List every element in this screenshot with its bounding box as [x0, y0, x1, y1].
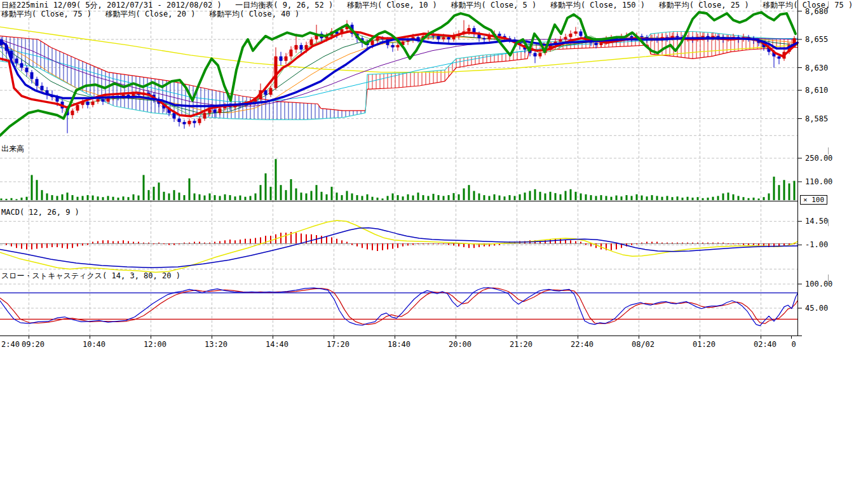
- macd-line: [0, 220, 797, 272]
- time-tick-label: 18:40: [388, 340, 410, 349]
- stoch-panel-label: スロー・ストキャスティクス( 14, 3, 80, 20 ): [1, 271, 180, 281]
- chart-title-legend: 日経225mini 12/09( 5分, 2012/07/31 - 2012/0…: [1, 1, 853, 10]
- horizontal-gridlines: [0, 11, 797, 309]
- chart-canvas: 8,6808,6558,6308,6108,585250.00110.0014.…: [0, 0, 868, 356]
- price-axis-labels: 8,6808,6558,6308,6108,585250.00110.0014.…: [798, 7, 832, 313]
- time-axis-labels: 2:4009:2010:4012:0013:2014:4017:2018:402…: [1, 340, 796, 349]
- macd-panel-label: MACD( 12, 26, 9 ): [1, 208, 79, 217]
- macd-signal-line: [0, 227, 797, 268]
- price-tick-label: 8,610: [805, 86, 828, 95]
- price-tick-label: 8,630: [805, 64, 828, 72]
- macd-tick-label: 14.50: [805, 217, 828, 226]
- price-tick-label: 8,655: [805, 35, 828, 44]
- time-tick-label: 08/02: [632, 340, 654, 349]
- time-tick-label: 17:20: [327, 340, 349, 349]
- macd-tick-label: -1.00: [805, 240, 828, 249]
- time-tick-label: 22:40: [571, 340, 593, 349]
- time-tick-label: 09:20: [22, 340, 44, 349]
- volume-bars: [1, 159, 796, 200]
- time-tick-label: 0: [791, 340, 796, 349]
- volume-tick-label: 250.00: [805, 154, 832, 163]
- time-tick-label: 21:20: [510, 340, 532, 349]
- time-tick-label: 01:20: [693, 340, 715, 349]
- volume-panel-label: 出来高: [1, 144, 24, 154]
- time-tick-label: 14:40: [266, 340, 288, 349]
- stoch-tick-label: 45.00: [805, 304, 828, 313]
- price-tick-label: 8,585: [805, 114, 828, 123]
- time-tick-label: 10:40: [83, 340, 105, 349]
- time-tick-label: 02:40: [754, 340, 776, 349]
- time-tick-label: 13:20: [205, 340, 227, 349]
- time-tick-label: 20:00: [449, 340, 471, 349]
- volume-tick-label: 110.00: [805, 177, 832, 186]
- stoch-tick-label: 100.00: [805, 280, 832, 288]
- indicator-legend-line2: 移動平均( Close, 75 ) 移動平均( Close, 20 ) 移動平均…: [1, 10, 299, 18]
- time-tick-label: 12:00: [144, 340, 166, 349]
- time-tick-label: 2:40: [1, 340, 20, 349]
- stoch-k-line: [0, 288, 797, 326]
- chart-window: 8,6808,6558,6308,6108,585250.00110.0014.…: [0, 0, 868, 488]
- volume-multiplier-badge: × 100: [800, 195, 827, 205]
